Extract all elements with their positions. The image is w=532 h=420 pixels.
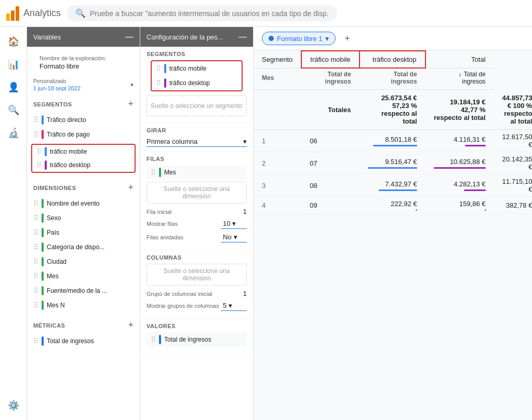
top-bar: Analytics 🔍 <box>0 0 532 27</box>
nav-explore-icon[interactable]: 🔬 <box>3 123 24 143</box>
dim-label: Sexo <box>47 214 61 222</box>
dim-item-event-name[interactable]: ⠿ Nombre del evento <box>27 196 140 211</box>
nav-user-icon[interactable]: 👤 <box>3 77 24 98</box>
nav-analytics-icon[interactable]: 📊 <box>3 54 24 75</box>
config-filas-label: FILAS <box>147 156 247 162</box>
drag-icon: ⠿ <box>151 168 156 177</box>
dim-item-month-n[interactable]: ⠿ Mes N <box>27 298 140 313</box>
search-icon: 🔍 <box>75 8 86 18</box>
segment-label: Tráfico de pago <box>47 131 90 138</box>
table-row: 4 09 222,92 € 159,86 € 382,78 € <box>254 197 532 214</box>
variables-panel-header: Variables — <box>27 27 140 47</box>
row-mobile-value: 9.516,47 € <box>360 152 425 174</box>
config-valores-section: VALORES ⠿ Total de ingresos <box>140 319 253 353</box>
row-mobile-value: 222,92 € <box>360 197 425 214</box>
config-valor-chip[interactable]: ⠿ Total de ingresos <box>147 332 247 347</box>
config-filas-dim-chip[interactable]: ⠿ Mes <box>147 165 247 180</box>
drag-icon: ⠿ <box>33 301 38 309</box>
dimensions-label: DIMENSIONES <box>33 185 76 191</box>
col-desktop-header[interactable]: tráfico desktop <box>360 51 425 68</box>
row-desktop-value: 4.282,13 € <box>425 174 494 197</box>
config-girar-value: Primera columna <box>147 138 197 145</box>
add-dimension-btn[interactable]: + <box>128 182 134 193</box>
table-row: 1 06 8.501,18 € 4.116,31 € 12.617,50 € <box>254 130 532 152</box>
config-seg-mobile[interactable]: ⠿ tráfico mobile <box>152 61 242 76</box>
col-mobile-header[interactable]: tráfico mobile <box>301 51 359 68</box>
drop-segment-zone[interactable]: Suelte o seleccione un segmento <box>147 96 247 116</box>
totals-desktop-value: 19.184,19 € 42,77 % respecto al total <box>425 90 494 130</box>
segment-label: Tráfico directo <box>47 116 86 124</box>
nav-search-icon[interactable]: 🔍 <box>3 100 24 120</box>
dim-item-device-cat[interactable]: ⠿ Categoría de dispo... <box>27 240 140 254</box>
fila-inicial-row: Fila inicial 1 <box>147 208 247 215</box>
config-panel-header: Configuración de la pes... — <box>140 27 253 47</box>
config-seg-desktop[interactable]: ⠿ tráfico desktop <box>152 76 242 90</box>
table-row: 2 07 9.516,47 € 10.625,88 € 20.142,35 € <box>254 152 532 174</box>
date-value: 1 jun-18 sept 2022 <box>33 85 81 91</box>
config-girar-select[interactable]: Primera columna ▾ <box>147 137 247 147</box>
metric-item-total-revenue[interactable]: ⠿ Total de ingresos <box>27 334 140 348</box>
drop-dimension-text: Suelte o seleccione una dimensión <box>150 185 243 200</box>
dim-item-country[interactable]: ⠿ País <box>27 225 140 240</box>
dim-item-source[interactable]: ⠿ Fuente/medio de la ... <box>27 283 140 298</box>
add-tab-btn[interactable]: + <box>340 31 354 46</box>
sub-col-desktop: Total de ingresos <box>360 68 425 90</box>
dim-item-month[interactable]: ⠿ Mes <box>27 269 140 283</box>
search-input[interactable] <box>90 9 329 18</box>
drop-segment-text: Suelte o seleccione un segmento <box>151 102 243 110</box>
col-segmento-header: Segmento <box>254 51 301 68</box>
config-panel-title: Configuración de la pes... <box>147 33 223 41</box>
filas-anidadas-chevron-icon: ▾ <box>234 233 237 241</box>
dim-label: Mes <box>47 273 59 280</box>
nav-home-icon[interactable]: 🏠 <box>3 31 24 52</box>
mostrar-grupos-select[interactable]: 5 ▾ <box>221 301 247 311</box>
segment-item-desktop[interactable]: ⠿ tráfico desktop <box>32 158 135 172</box>
dim-label: País <box>47 229 59 236</box>
dim-item-sex[interactable]: ⠿ Sexo <box>27 211 140 225</box>
drag-icon: ⠿ <box>33 199 38 208</box>
add-segment-btn[interactable]: + <box>128 99 134 110</box>
sub-col-total[interactable]: ↓Total de ingresos <box>425 68 494 90</box>
segment-item-traffic-pago[interactable]: ⠿ Tráfico de pago <box>27 127 140 142</box>
totals-total-value: 44.857,73 € 100 % respecto al total <box>494 90 532 130</box>
fila-inicial-value: 1 <box>243 208 247 215</box>
row-month: 09 <box>301 197 359 214</box>
data-table: Segmento tráfico mobile tráfico desktop … <box>254 50 532 214</box>
col-header-row: Segmento tráfico mobile tráfico desktop … <box>254 51 532 68</box>
sub-col-mes: Mes <box>254 68 301 90</box>
mostrar-filas-label: Mostrar filas <box>147 221 178 227</box>
drag-icon: ⠿ <box>33 116 38 124</box>
config-valor-label: Total de ingresos <box>164 336 211 343</box>
tab-format-libre-1[interactable]: Formato libre 1 ▾ <box>262 32 336 45</box>
variables-collapse-btn[interactable]: — <box>125 32 134 42</box>
filas-anidadas-value: No <box>223 233 232 241</box>
nav-settings-icon[interactable]: ⚙️ <box>3 395 24 416</box>
date-range[interactable]: Personalizado 1 jun-18 sept 2022 ▾ <box>27 76 140 96</box>
search-bar[interactable]: 🔍 <box>67 5 337 21</box>
data-area: Segmento tráfico mobile tráfico desktop … <box>254 50 532 420</box>
row-idx: 4 <box>254 197 301 214</box>
mostrar-filas-select[interactable]: 10 ▾ <box>221 219 247 229</box>
drag-icon: ⠿ <box>33 214 38 222</box>
row-total-value: 382,78 € <box>494 197 532 214</box>
drop-col-dimension-zone[interactable]: Suelte o seleccione una dimensión <box>147 264 247 286</box>
exploration-name-label: Nombre de la exploración: <box>33 51 134 62</box>
totals-row: Totales 25.673,54 € 57,23 % respecto al … <box>254 90 532 130</box>
row-month: 08 <box>301 174 359 197</box>
config-girar-section: Girar Primera columna ▾ <box>140 123 253 152</box>
segment-item-mobile[interactable]: ⠿ tráfico mobile <box>32 145 135 158</box>
mostrar-filas-value: 10 <box>223 220 230 227</box>
drag-icon: ⠿ <box>33 243 38 251</box>
sub-header-row: Mes Total de ingresos Total de ingresos … <box>254 68 532 90</box>
drag-icon: ⠿ <box>156 79 161 87</box>
config-collapse-btn[interactable]: — <box>238 32 247 42</box>
metrics-label: MÉTRICAS <box>33 322 65 329</box>
drop-dimension-zone[interactable]: Suelte o seleccione una dimensión <box>147 182 247 204</box>
row-idx: 1 <box>254 130 301 152</box>
dim-item-city[interactable]: ⠿ Ciudad <box>27 254 140 269</box>
filas-anidadas-select[interactable]: No ▾ <box>221 232 247 242</box>
mostrar-grupos-chevron-icon: ▾ <box>229 302 232 309</box>
segment-item-traffic-direct[interactable]: ⠿ Tráfico directo <box>27 113 140 127</box>
add-metric-btn[interactable]: + <box>128 320 134 331</box>
analytics-logo-icon <box>6 6 19 21</box>
